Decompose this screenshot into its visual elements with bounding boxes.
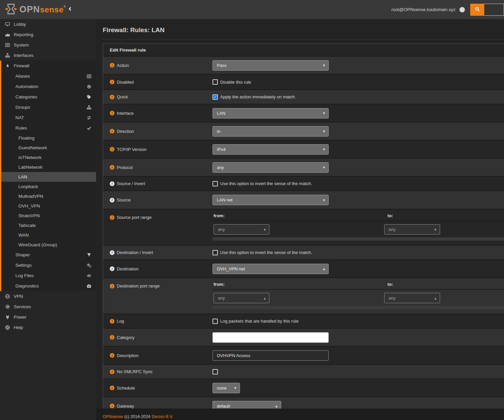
chevron-left-icon <box>68 6 73 13</box>
destination-invert-checkbox[interactable] <box>213 250 218 255</box>
info-icon[interactable]: i <box>110 386 114 390</box>
info-icon[interactable]: i <box>110 181 114 186</box>
sidebar-item-rules-floating[interactable]: Floating <box>1 133 96 143</box>
sidebar-item-rules-lan[interactable]: LAN <box>1 172 96 182</box>
info-icon[interactable]: i <box>110 404 114 408</box>
caret-up-icon: ▴ <box>434 296 436 301</box>
top-bar: OPNsense® root@OPNsense.luxdomain.xyz <box>0 0 504 19</box>
quick-checkbox[interactable]: ✓ <box>213 94 218 100</box>
destination-port-from-select[interactable]: any ▴ <box>214 293 269 303</box>
opnsense-footer-link[interactable]: OPNsense <box>103 414 123 419</box>
field-label-text: Action <box>117 63 129 68</box>
source-invert-checkbox[interactable] <box>213 181 218 186</box>
interface-select[interactable]: LAN ▾ <box>213 108 329 118</box>
info-icon[interactable]: i <box>110 63 114 68</box>
deciso-footer-link[interactable]: Deciso B.V. <box>152 414 173 419</box>
sidebar-item-vpn[interactable]: VPN <box>0 291 96 302</box>
sidebar-item-label: Log Files <box>15 273 34 278</box>
sidebar-item-settings[interactable]: Settings <box>1 260 96 270</box>
no-xmlrpc-sync-checkbox[interactable] <box>213 369 218 374</box>
info-icon[interactable]: i <box>110 111 114 115</box>
horizontal-scrollbar[interactable] <box>213 237 504 241</box>
search-input[interactable] <box>484 4 504 16</box>
info-icon[interactable]: i <box>110 95 114 99</box>
sidebar-item-rules-wan[interactable]: WAN <box>1 230 96 240</box>
tcpip-version-select[interactable]: IPv4 ▾ <box>213 144 329 155</box>
field-label: i Description <box>103 347 213 364</box>
caret-down-icon: ▾ <box>264 227 266 232</box>
info-icon[interactable]: i <box>110 198 114 202</box>
category-input[interactable] <box>213 332 329 343</box>
sidebar-item-rules-ovh-vpn[interactable]: OVH_VPN <box>1 201 96 211</box>
sidebar-item-aliases[interactable]: Aliases <box>1 71 96 81</box>
sidebar-item-system[interactable]: System <box>0 40 96 50</box>
status-indicator-dot[interactable] <box>459 7 465 12</box>
sidebar-item-groups[interactable]: Groups <box>1 102 96 112</box>
form-row-category: i Category <box>103 329 504 347</box>
horizontal-scrollbar[interactable] <box>213 306 504 309</box>
sidebar-item-interfaces[interactable]: Interfaces <box>0 50 96 61</box>
sidebar-item-diagnostics[interactable]: Diagnostics <box>1 281 96 291</box>
form-row-quick: i Quick ✓ Apply the action immediately o… <box>103 90 504 104</box>
direction-select[interactable]: in ▾ <box>213 126 329 137</box>
sidebar-item-rules-guestnetwork[interactable]: GuestNetwork <box>1 143 96 153</box>
field-label: i Disabled <box>103 75 213 89</box>
sidebar-item-firewall[interactable]: Firewall <box>1 61 96 71</box>
destination-port-to-select[interactable]: any ▴ <box>384 293 440 303</box>
info-icon[interactable]: i <box>110 319 114 324</box>
source-select[interactable]: LAN net ▾ <box>213 195 329 205</box>
sidebar-item-automation[interactable]: Automation <box>1 81 96 92</box>
field-label-text: Disabled <box>117 80 134 85</box>
field-label: i Source / Invert <box>103 177 213 190</box>
sidebar-collapse-button[interactable] <box>68 6 73 13</box>
sidebar-item-nat[interactable]: NAT <box>1 112 96 123</box>
disabled-checkbox[interactable] <box>213 79 218 85</box>
sidebar-item-rules-loopback[interactable]: Loopback <box>1 182 96 191</box>
search-button[interactable] <box>470 4 484 16</box>
sidebar-item-help[interactable]: Help <box>0 322 96 333</box>
sidebar-item-label: GuestNetwork <box>18 145 47 150</box>
sidebar-item-label: Aliases <box>15 74 30 79</box>
info-icon[interactable]: i <box>110 129 114 134</box>
sidebar-item-rules-tailscale[interactable]: Tailscale <box>1 221 96 230</box>
sidebar-item-label: Firewall <box>14 63 29 68</box>
log-checkbox[interactable] <box>213 319 218 324</box>
info-icon[interactable]: i <box>110 215 114 220</box>
sidebar-item-rules-iotnetwork[interactable]: IoTNetwork <box>1 153 96 162</box>
select-value: LAN <box>217 111 225 116</box>
destination-select[interactable]: OVH_VPN net ▴ <box>213 264 329 274</box>
sidebar-item-rules-mullvadvpn[interactable]: MullvadVPN <box>1 191 96 201</box>
source-port-from-select[interactable]: any ▾ <box>214 224 269 235</box>
info-icon[interactable]: i <box>110 147 114 152</box>
protocol-select[interactable]: any ▾ <box>213 162 329 173</box>
info-icon[interactable]: i <box>110 266 114 271</box>
list-alt-icon <box>87 74 91 79</box>
sidebar-item-services[interactable]: Services <box>0 302 96 312</box>
info-icon[interactable]: i <box>110 369 114 374</box>
info-icon[interactable]: i <box>110 335 114 340</box>
source-port-to-select[interactable]: any ▾ <box>384 224 440 235</box>
opnsense-logo[interactable]: OPNsense® <box>0 3 64 17</box>
sidebar-item-rules[interactable]: Rules <box>1 123 96 133</box>
description-input[interactable] <box>213 350 329 361</box>
sidebar-item-lobby[interactable]: Lobby <box>0 19 96 29</box>
caret-down-icon: ▾ <box>231 386 236 390</box>
caret-down-icon: ▾ <box>320 165 325 170</box>
schedule-select[interactable]: none ▾ <box>213 383 240 393</box>
info-icon[interactable]: i <box>110 284 114 288</box>
sidebar-item-rules-wireguard-group[interactable]: WireGuard (Group) <box>1 240 96 250</box>
sidebar-item-log-files[interactable]: Log Files <box>1 270 96 281</box>
info-icon[interactable]: i <box>110 353 114 358</box>
sidebar-item-rules-labnetwork[interactable]: LabNetwork <box>1 162 96 172</box>
sidebar-item-reporting[interactable]: Reporting <box>0 29 96 40</box>
sidebar-item-categories[interactable]: Categories <box>1 92 96 102</box>
action-select[interactable]: Pass ▾ <box>213 60 329 71</box>
sidebar-item-shaper[interactable]: Shaper <box>1 250 96 260</box>
info-icon[interactable]: i <box>110 165 114 170</box>
form-row-source-port-range: i Source port range from: to: any ▾ <box>103 209 504 246</box>
sidebar-item-rules-stratovpn[interactable]: StratoVPN <box>1 211 96 221</box>
info-icon[interactable]: i <box>110 250 114 255</box>
info-icon[interactable]: i <box>110 80 114 84</box>
caret-down-icon: ▾ <box>320 63 325 68</box>
sidebar-item-power[interactable]: Power <box>0 312 96 322</box>
